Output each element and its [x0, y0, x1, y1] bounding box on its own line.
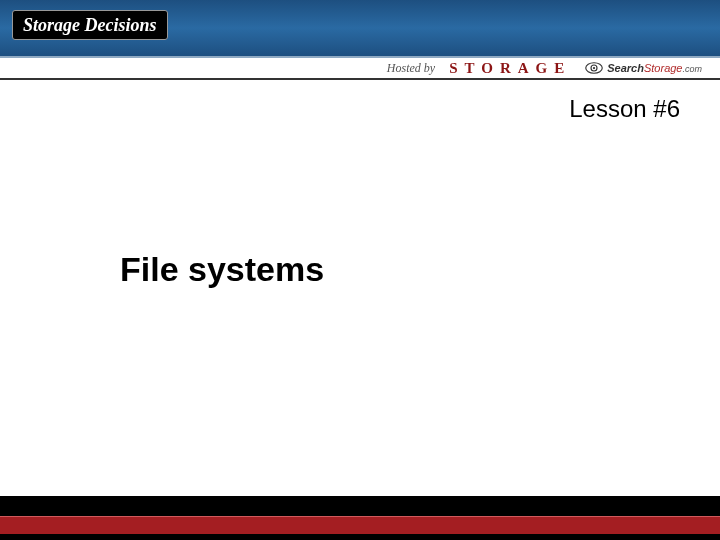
lesson-number: Lesson #6: [569, 95, 680, 123]
svg-point-2: [593, 67, 595, 69]
hosted-by-label: Hosted by: [387, 61, 435, 76]
hosted-by-row: Hosted by STORAGE SearchStorage.com: [0, 58, 720, 80]
footer-stripe-black-bottom: [0, 534, 720, 540]
searchstorage-brand-logo: SearchStorage.com: [585, 62, 702, 74]
logo-text: Storage Decisions: [23, 15, 157, 35]
eye-icon: [585, 62, 603, 74]
top-banner: Storage Decisions: [0, 0, 720, 58]
slide: Storage Decisions Hosted by STORAGE Sear…: [0, 0, 720, 540]
footer-stripe-black-top: [0, 496, 720, 516]
footer-stripes: [0, 496, 720, 540]
searchstorage-part2: Storage: [644, 62, 683, 74]
storage-brand-logo: STORAGE: [449, 60, 571, 77]
slide-title: File systems: [120, 250, 324, 289]
storage-decisions-logo: Storage Decisions: [12, 10, 168, 40]
searchstorage-suffix: .com: [682, 64, 702, 74]
footer-stripe-red: [0, 516, 720, 534]
searchstorage-part1: Search: [607, 62, 644, 74]
